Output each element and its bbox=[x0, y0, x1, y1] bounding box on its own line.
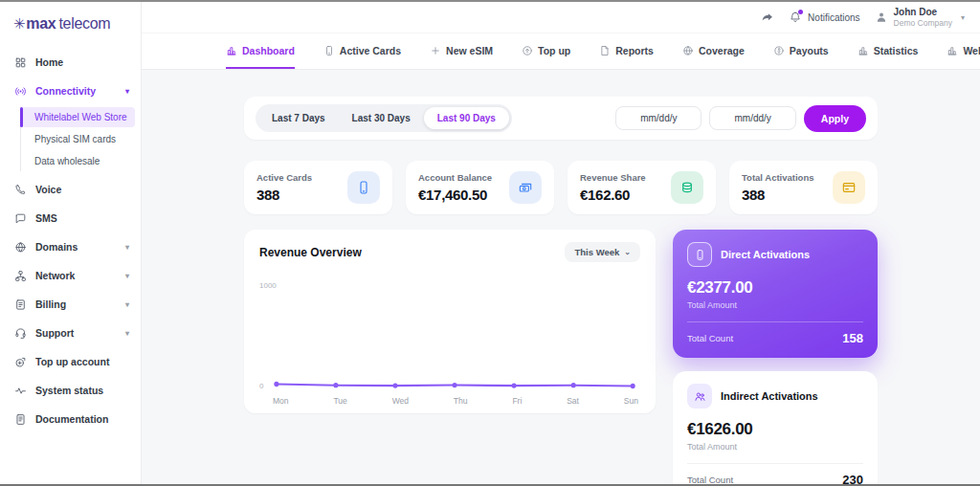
chevron-down-icon: ▾ bbox=[125, 87, 129, 96]
y-axis-min-label: 0 bbox=[259, 382, 263, 390]
brand-logo[interactable]: ✳maxtelecom bbox=[0, 2, 141, 48]
date-to-input[interactable]: mm/dd/y bbox=[709, 106, 795, 130]
chevron-down-icon: ▾ bbox=[125, 272, 129, 280]
tab-reports[interactable]: Reports bbox=[599, 33, 654, 69]
tab-coverage[interactable]: Coverage bbox=[682, 33, 745, 69]
tab-active-cards[interactable]: Active Cards bbox=[323, 33, 401, 69]
sidebar-item-home[interactable]: Home bbox=[0, 48, 141, 77]
date-from-input[interactable]: mm/dd/y bbox=[615, 106, 702, 130]
sidebar-item-domains[interactable]: Domains▾ bbox=[0, 232, 141, 261]
user-avatar-icon bbox=[875, 11, 888, 24]
stat-value: 388 bbox=[256, 187, 312, 203]
tab-label: Payouts bbox=[790, 45, 829, 56]
banknotes-icon bbox=[509, 171, 542, 204]
sidebar-item-system-status[interactable]: System status bbox=[0, 376, 141, 405]
range-button-last-30-days[interactable]: Last 30 Days bbox=[339, 107, 424, 129]
top-utility-bar: Notifications John Doe Demo Company ▾ bbox=[142, 2, 980, 33]
direct-amount-label: Total Amount bbox=[687, 300, 863, 310]
bell-icon bbox=[789, 11, 802, 24]
user-menu[interactable]: John Doe Demo Company ▾ bbox=[875, 7, 965, 28]
stats-row: Active Cards388Account Balance€17,460.50… bbox=[244, 161, 878, 214]
stat-value: €162.60 bbox=[580, 187, 646, 203]
indirect-activations-card: Indirect Activations €1626.00 Total Amou… bbox=[673, 371, 878, 486]
globe-icon bbox=[682, 45, 694, 56]
plus-icon bbox=[430, 45, 441, 56]
sunburst-logo-icon: ✳ bbox=[13, 15, 25, 33]
chevron-down-icon: ▾ bbox=[125, 300, 129, 309]
revenue-overview-card: Revenue Overview This Week ⌄ 1000 0 MonT… bbox=[244, 230, 656, 413]
chart-bar-icon bbox=[858, 45, 869, 56]
tab-statistics[interactable]: Statistics bbox=[858, 33, 919, 69]
sms-chat-icon bbox=[14, 212, 27, 225]
sidebar-item-billing[interactable]: Billing▾ bbox=[0, 290, 141, 319]
sidebar-item-network[interactable]: Network▾ bbox=[0, 261, 141, 290]
x-tick-label: Thu bbox=[454, 396, 468, 406]
date-range-segmented-control: Last 7 DaysLast 30 DaysLast 90 Days bbox=[256, 104, 512, 132]
sidebar-item-documentation[interactable]: Documentation bbox=[0, 405, 141, 433]
revenue-line-chart: 1000 0 MonTueWedThuFriSatSun bbox=[259, 287, 640, 404]
app-window: ✳maxtelecom HomeConnectivity▾Whitelabel … bbox=[0, 0, 980, 486]
sidebar-item-sms[interactable]: SMS bbox=[0, 204, 141, 232]
brand-name-light: telecom bbox=[58, 15, 110, 33]
page-tabs: DashboardActive CardsNew eSIMTop upRepor… bbox=[142, 33, 980, 70]
notification-badge-dot bbox=[798, 10, 803, 14]
sidebar-item-support[interactable]: Support▾ bbox=[0, 319, 141, 347]
bottom-row: Revenue Overview This Week ⌄ 1000 0 MonT… bbox=[244, 230, 878, 486]
sidebar-item-label: Documentation bbox=[35, 413, 108, 425]
tab-dashboard[interactable]: Dashboard bbox=[226, 33, 295, 69]
share-arrow-icon[interactable] bbox=[761, 11, 774, 24]
network-icon bbox=[14, 270, 27, 282]
stat-card-account-balance: Account Balance€17,460.50 bbox=[406, 161, 554, 214]
sidebar-subitem-data-wholesale[interactable]: Data wholesale bbox=[21, 151, 135, 171]
dashboard-content: Last 7 DaysLast 30 DaysLast 90 Days mm/d… bbox=[244, 97, 878, 486]
calendar-picker-icon[interactable] bbox=[682, 113, 693, 123]
sidebar-item-label: Top up account bbox=[35, 356, 109, 367]
voice-phone-icon bbox=[14, 184, 27, 196]
topup-coin-icon bbox=[14, 356, 27, 368]
period-select[interactable]: This Week ⌄ bbox=[565, 242, 640, 262]
user-name: John Doe bbox=[894, 7, 952, 18]
period-label: This Week bbox=[574, 247, 619, 257]
direct-total-count: 158 bbox=[842, 331, 863, 345]
report-file-icon bbox=[599, 45, 611, 56]
indirect-activations-title: Indirect Activations bbox=[721, 390, 818, 402]
tab-new-esim[interactable]: New eSIM bbox=[430, 33, 493, 69]
stat-label: Total Activations bbox=[742, 172, 813, 183]
chevron-down-icon: ▾ bbox=[125, 329, 129, 338]
chevron-down-icon: ▾ bbox=[961, 13, 965, 22]
range-button-last-7-days[interactable]: Last 7 Days bbox=[258, 107, 339, 129]
sidebar: ✳maxtelecom HomeConnectivity▾Whitelabel … bbox=[0, 2, 142, 484]
sidebar-nav: HomeConnectivity▾Whitelabel Web StorePhy… bbox=[0, 48, 141, 433]
sidebar-subitem-whitelabel-web-store[interactable]: Whitelabel Web Store bbox=[21, 107, 135, 127]
x-tick-label: Fri bbox=[512, 396, 522, 406]
sidebar-item-connectivity[interactable]: Connectivity▾ bbox=[0, 77, 141, 105]
x-tick-label: Wed bbox=[392, 396, 409, 406]
stat-card-revenue-share: Revenue Share€162.60 bbox=[568, 161, 716, 214]
chart-bar-icon bbox=[947, 45, 958, 56]
phone-icon bbox=[347, 171, 380, 204]
connectivity-submenu: Whitelabel Web StorePhysical SIM cardsDa… bbox=[20, 107, 141, 171]
sidebar-item-voice[interactable]: Voice bbox=[0, 175, 141, 204]
payout-coin-icon bbox=[773, 45, 785, 56]
domains-globe-icon bbox=[14, 241, 27, 254]
chevron-down-icon: ▾ bbox=[125, 243, 129, 252]
tab-web-analytics[interactable]: Web Analytics bbox=[947, 33, 980, 69]
range-button-last-90-days[interactable]: Last 90 Days bbox=[424, 107, 509, 129]
tab-label: Coverage bbox=[699, 45, 745, 56]
direct-activations-title: Direct Activations bbox=[721, 249, 810, 260]
tab-payouts[interactable]: Payouts bbox=[773, 33, 829, 69]
revenue-overview-title: Revenue Overview bbox=[259, 246, 362, 259]
calendar-picker-icon[interactable] bbox=[777, 113, 788, 123]
apply-button[interactable]: Apply bbox=[804, 105, 866, 132]
coins-icon bbox=[671, 171, 703, 204]
tab-top-up[interactable]: Top up bbox=[522, 33, 570, 69]
date-to-placeholder: mm/dd/y bbox=[734, 113, 770, 123]
notifications-button[interactable]: Notifications bbox=[789, 11, 859, 24]
sim-card-icon bbox=[323, 45, 335, 56]
system-status-pulse-icon bbox=[14, 385, 27, 397]
sidebar-item-label: Support bbox=[35, 327, 74, 339]
sidebar-subitem-physical-sim-cards[interactable]: Physical SIM cards bbox=[21, 129, 135, 149]
sidebar-item-top-up-account[interactable]: Top up account bbox=[0, 347, 141, 376]
direct-activations-card: Direct Activations €2377.00 Total Amount… bbox=[673, 230, 878, 358]
documentation-icon bbox=[14, 413, 27, 426]
